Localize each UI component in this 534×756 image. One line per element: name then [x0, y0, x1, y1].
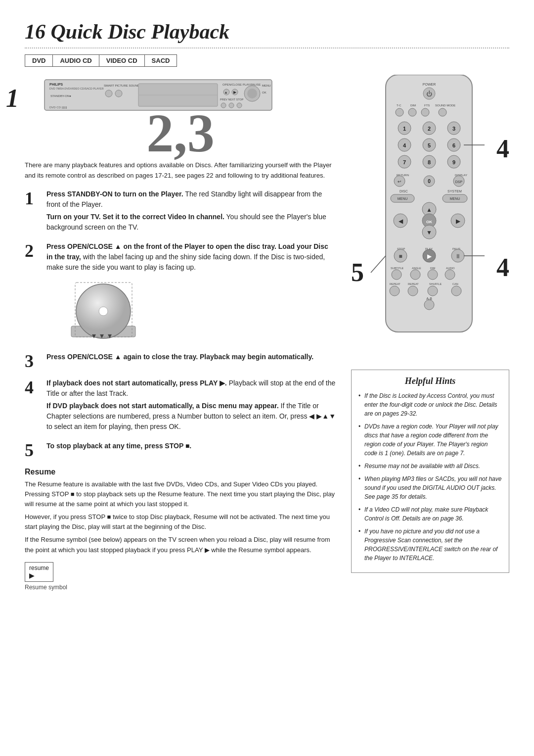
svg-text:MENU: MENU — [450, 197, 460, 200]
helpful-hints-title: Helpful Hints — [358, 376, 502, 386]
helpful-hints-list: If the Disc is Locked by Access Control,… — [358, 391, 502, 563]
device-illustration: 1 PHILIPS DVD 7965A DVD/VIDEO CD/SACD PL… — [25, 75, 336, 160]
svg-point-107 — [428, 286, 438, 296]
disc-type-dvd: DVD — [25, 54, 53, 67]
svg-text:DISC: DISC — [400, 189, 408, 193]
step4-main: If playback does not start automatically… — [46, 379, 227, 387]
hint-item-5: If a Video CD will not play, make sure P… — [358, 505, 502, 523]
step-1: 1 Press STANDBY-ON to turn on the Player… — [25, 189, 336, 235]
svg-text:PHILIPS: PHILIPS — [49, 83, 63, 86]
svg-text:REPEAT: REPEAT — [390, 283, 400, 285]
step1-number-large: 1 — [6, 84, 19, 113]
svg-point-106 — [408, 286, 418, 296]
svg-point-6 — [115, 90, 122, 97]
svg-text:▾: ▾ — [100, 331, 104, 340]
step3-main: Press OPEN/CLOSE ▲ again to close the tr… — [46, 353, 313, 361]
step5-number: 5 — [25, 441, 41, 461]
disc-types: DVD AUDIO CD VIDEO CD SACD — [25, 54, 509, 67]
svg-text:2: 2 — [428, 126, 431, 132]
step4-sub: If DVD playback does not start automatic… — [46, 402, 279, 410]
callout-4b: 4 — [496, 253, 509, 282]
step1-sub: Turn on your TV. Set it to the correct V… — [46, 213, 224, 221]
svg-text:8: 8 — [428, 159, 431, 165]
svg-point-38 — [396, 108, 403, 116]
svg-text:STANDBY-ON●: STANDBY-ON● — [50, 94, 71, 97]
step3-content: Press OPEN/CLOSE ▲ again to close the tr… — [46, 352, 336, 364]
svg-text:▼: ▼ — [426, 229, 432, 236]
svg-text:MENU: MENU — [398, 197, 408, 200]
svg-point-39 — [408, 108, 416, 116]
svg-text:▲: ▲ — [426, 206, 432, 213]
svg-text:3: 3 — [452, 126, 455, 132]
step4-number: 4 — [25, 378, 41, 398]
disc-type-sacd: SACD — [144, 54, 178, 67]
step2-main-suffix: with the label facing up and the shiny s… — [46, 253, 325, 271]
svg-text:▾: ▾ — [108, 331, 112, 340]
svg-point-105 — [390, 286, 400, 296]
hint-item-2: DVDs have a region code. Your Player wil… — [358, 422, 502, 458]
svg-point-25 — [99, 307, 108, 316]
svg-text:OK: OK — [426, 220, 432, 224]
hint-item-4: When playing MP3 files or SACDs, you wil… — [358, 474, 502, 501]
step3-number: 3 — [25, 352, 41, 372]
page-title: 16 Quick Disc Playback — [25, 20, 509, 44]
svg-point-110 — [424, 300, 434, 310]
resume-para2: However, if you press STOP ■ twice to st… — [25, 512, 336, 532]
svg-point-5 — [105, 90, 112, 97]
svg-text:DIM: DIM — [430, 267, 436, 270]
svg-line-113 — [371, 256, 386, 273]
svg-text:0: 0 — [428, 179, 431, 184]
svg-text:OPEN/CLOSE  PLAY/PAUSE: OPEN/CLOSE PLAY/PAUSE — [222, 83, 261, 86]
svg-text:DVD 7965A DVD/VIDEO CD/SACD PL: DVD 7965A DVD/VIDEO CD/SACD PLAYER — [49, 87, 104, 90]
svg-text:PREV  NEXT  STOP: PREV NEXT STOP — [220, 98, 244, 101]
svg-text:6: 6 — [452, 142, 455, 148]
step-2: 2 Press OPEN/CLOSE ▲ on the front of the… — [25, 241, 336, 345]
svg-text:ANGLE: ANGLE — [412, 267, 421, 270]
callout-4a: 4 — [496, 134, 509, 163]
svg-text:9: 9 — [452, 159, 455, 165]
step4-content: If playback does not start automatically… — [46, 378, 336, 434]
step1-content: Press STANDBY-ON to turn on the Player. … — [46, 189, 336, 235]
svg-text:1: 1 — [403, 126, 406, 132]
step-3: 3 Press OPEN/CLOSE ▲ again to close the … — [25, 352, 336, 372]
svg-text:4: 4 — [403, 142, 406, 148]
step1-number: 1 — [25, 189, 41, 209]
svg-text:▶: ▶ — [456, 218, 461, 225]
callout-5: 5 — [351, 258, 364, 287]
svg-text:OK: OK — [262, 91, 267, 94]
svg-text:7: 7 — [403, 159, 406, 165]
svg-point-97 — [392, 270, 401, 280]
svg-text:⏻: ⏻ — [426, 91, 432, 97]
svg-text:SYSTEM: SYSTEM — [447, 189, 462, 193]
hint-item-1: If the Disc is Locked by Access Control,… — [358, 391, 502, 418]
hint-item-6: If you have no picture and you did not u… — [358, 527, 502, 563]
svg-text:▾: ▾ — [92, 331, 96, 340]
resume-symbol-box: resume ▶ — [25, 562, 53, 582]
step2-content: Press OPEN/CLOSE ▲ on the front of the P… — [46, 241, 336, 345]
disc-type-audiocd: AUDIO CD — [52, 54, 99, 67]
resume-title: Resume — [25, 468, 336, 476]
resume-symbol-caption: Resume symbol — [25, 584, 336, 591]
svg-point-99 — [428, 270, 438, 280]
svg-text:▶: ▶ — [427, 253, 432, 260]
svg-text:DSP: DSP — [455, 180, 463, 184]
svg-text:▲: ▲ — [224, 91, 228, 94]
step5-main: To stop playback at any time, press STOP… — [46, 442, 191, 450]
svg-text:◀: ◀ — [399, 218, 403, 225]
svg-point-100 — [445, 270, 455, 280]
svg-text:SHUFFLE: SHUFFLE — [429, 283, 442, 285]
step-number-23-overlay: 2,3 — [25, 106, 336, 160]
svg-text:▶: ▶ — [233, 90, 237, 94]
svg-text:↩: ↩ — [398, 179, 401, 184]
resume-section: Resume The Resume feature is available w… — [25, 468, 336, 591]
svg-text:FTS: FTS — [424, 104, 430, 107]
disc-type-videocd: VIDEO CD — [99, 54, 145, 67]
step1-main: Press STANDBY-ON to turn on the Player. — [46, 190, 183, 198]
step-5: 5 To stop playback at any time, press ST… — [25, 441, 336, 461]
svg-text:DIM: DIM — [410, 104, 416, 107]
svg-text:SUBTITLE: SUBTITLE — [391, 267, 404, 270]
svg-point-98 — [410, 270, 420, 280]
step-4: 4 If playback does not start automatical… — [25, 378, 336, 434]
svg-text:MENU: MENU — [262, 84, 271, 87]
step2-number: 2 — [25, 241, 41, 261]
